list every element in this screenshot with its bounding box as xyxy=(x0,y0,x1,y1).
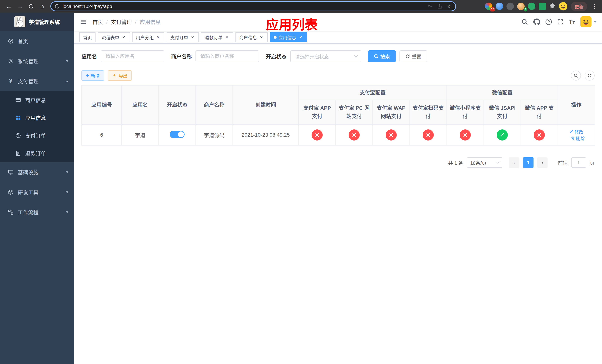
extension-icon-2[interactable] xyxy=(496,3,503,10)
col-header-merchant: 商户名称 xyxy=(196,85,233,125)
payment-submenu: 商户信息 应用信息 支付订单 xyxy=(0,91,74,162)
grid-icon xyxy=(15,115,22,120)
close-icon[interactable]: × xyxy=(259,35,264,40)
close-icon[interactable]: × xyxy=(155,35,161,40)
sidebar-item-home[interactable]: 首页 xyxy=(0,31,74,51)
reload-icon[interactable] xyxy=(26,1,36,11)
caret-down-icon[interactable]: ▾ xyxy=(594,20,596,24)
breadcrumb-current: 应用信息 xyxy=(140,18,161,26)
refresh-table-button[interactable] xyxy=(585,71,595,81)
logo-title: 芋道管理系统 xyxy=(29,18,60,26)
export-button[interactable]: 导出 xyxy=(108,70,132,81)
select-placeholder: 请选择开启状态 xyxy=(295,53,329,60)
next-page-button[interactable]: › xyxy=(537,157,548,168)
extension-icon-1[interactable]: 10 xyxy=(485,3,492,10)
sidebar-item-refund-order[interactable]: 退款订单 xyxy=(0,144,74,162)
fullscreen-icon[interactable] xyxy=(557,19,563,25)
toggle-search-button[interactable] xyxy=(571,71,581,81)
close-icon[interactable]: × xyxy=(190,35,195,40)
cell-app-name: 芋道 xyxy=(122,125,159,145)
status-toggle[interactable] xyxy=(170,131,184,138)
delete-link[interactable]: 删除 xyxy=(571,135,585,141)
extensions-area: 10 1 更新 ⋮ xyxy=(485,2,598,11)
tab-merchant-info[interactable]: 商户信息 × xyxy=(236,32,268,42)
tab-user-group[interactable]: 用户分组 × xyxy=(132,32,164,42)
browser-chrome: ← → ⌂ localhost:1024/pay/app ☆ 10 1 xyxy=(0,0,602,13)
sidebar-item-label: 研发工具 xyxy=(18,189,39,196)
help-icon[interactable]: ? xyxy=(546,19,552,25)
forward-icon[interactable]: → xyxy=(15,1,25,11)
share-icon[interactable] xyxy=(437,4,442,9)
reset-button[interactable]: 重置 xyxy=(399,50,427,62)
home-icon[interactable]: ⌂ xyxy=(37,1,47,11)
tab-app-info[interactable]: 应用信息 × xyxy=(270,32,307,42)
tab-refund-order[interactable]: 退款订单 × xyxy=(201,32,233,42)
close-icon[interactable]: × xyxy=(224,35,230,40)
app-main: 应用名 商户名称 开启状态 请选择开启状态 搜索 重置 xyxy=(74,44,602,364)
search-button[interactable]: 搜索 xyxy=(368,50,396,62)
group-header-wechat: 微信配置 xyxy=(447,85,558,100)
chevron-down-icon: ▾ xyxy=(66,190,68,195)
tab-label: 商户信息 xyxy=(239,34,257,41)
logo[interactable]: 芋道管理系统 xyxy=(0,13,74,31)
cell-merchant: 芋道源码 xyxy=(196,125,233,145)
browser-update-button[interactable]: 更新 xyxy=(571,2,587,11)
tab-home[interactable]: 首页 xyxy=(79,32,96,42)
add-button[interactable]: + 新增 xyxy=(81,70,104,81)
extension-icon-5[interactable] xyxy=(528,3,535,10)
status-select[interactable]: 请选择开启状态 xyxy=(290,50,361,62)
sidebar-item-payment[interactable]: ¥ 支付管理 ▴ xyxy=(0,71,74,91)
sidebar-item-workflow[interactable]: 工作流程 ▾ xyxy=(0,202,74,222)
edit-link[interactable]: 修改 xyxy=(569,128,583,135)
tab-pay-order[interactable]: 支付订单 × xyxy=(167,32,199,42)
user-avatar[interactable] xyxy=(580,16,591,27)
cell-wx-jsapi xyxy=(484,125,521,145)
page-size-select[interactable]: 10条/页 xyxy=(467,157,502,168)
extensions-puzzle-icon[interactable] xyxy=(549,3,555,9)
breadcrumb-home[interactable]: 首页 xyxy=(93,18,103,26)
address-bar[interactable]: localhost:1024/pay/app ☆ xyxy=(50,1,456,11)
extension-icon-3[interactable] xyxy=(506,3,514,10)
cell-alipay-pc xyxy=(336,125,373,145)
sidebar-item-merchant-info[interactable]: 商户信息 xyxy=(0,91,74,109)
col-header-app-id: 应用编号 xyxy=(82,85,122,125)
workflow-icon xyxy=(7,209,14,215)
hamburger-icon[interactable] xyxy=(80,19,87,25)
site-info-icon[interactable] xyxy=(55,4,60,9)
extension-icon-4[interactable]: 1 xyxy=(517,3,525,10)
browser-menu-icon[interactable]: ⋮ xyxy=(591,3,598,10)
sidebar-item-devtools[interactable]: 研发工具 ▾ xyxy=(0,182,74,202)
bookmark-star-icon[interactable]: ☆ xyxy=(447,3,452,9)
sidebar-item-infrastructure[interactable]: 基础设施 ▾ xyxy=(0,162,74,182)
merchant-name-input[interactable] xyxy=(195,50,259,62)
close-icon[interactable]: × xyxy=(121,35,126,40)
app-name-input[interactable] xyxy=(101,50,164,62)
page-size-value: 10条/页 xyxy=(470,159,486,166)
font-size-icon[interactable]: TT xyxy=(569,19,575,25)
tab-process-form[interactable]: 流程表单 × xyxy=(98,32,130,42)
goto-unit: 页 xyxy=(590,159,595,166)
plus-icon: + xyxy=(86,73,89,78)
prev-page-button[interactable]: ‹ xyxy=(509,157,519,168)
goto-page-input[interactable] xyxy=(571,157,586,168)
close-icon[interactable]: × xyxy=(298,35,303,40)
breadcrumb-payment[interactable]: 支付管理 xyxy=(111,18,132,26)
back-icon[interactable]: ← xyxy=(4,1,14,11)
sidebar-item-pay-order[interactable]: 支付订单 xyxy=(0,127,74,144)
sidebar-item-label: 基础设施 xyxy=(18,169,39,176)
browser-profile-avatar[interactable] xyxy=(559,2,568,11)
github-icon[interactable] xyxy=(533,19,540,25)
col-header-app-name: 应用名 xyxy=(122,85,159,125)
navbar-actions: ? TT ▾ xyxy=(521,16,596,27)
cell-alipay-app xyxy=(299,125,336,145)
sidebar-item-system[interactable]: 系统管理 ▾ xyxy=(0,51,74,71)
tab-label: 退款订单 xyxy=(205,34,223,41)
alipay-wap-status-icon xyxy=(386,129,397,140)
extension-icon-6[interactable] xyxy=(539,3,546,10)
password-key-icon[interactable] xyxy=(428,4,433,9)
search-icon[interactable] xyxy=(521,19,528,25)
col-header-alipay-qr: 支付宝扫码支付 xyxy=(410,100,447,125)
page-1-button[interactable]: 1 xyxy=(523,157,534,168)
sidebar-item-app-info[interactable]: 应用信息 xyxy=(0,109,74,127)
tab-label: 首页 xyxy=(83,34,92,41)
